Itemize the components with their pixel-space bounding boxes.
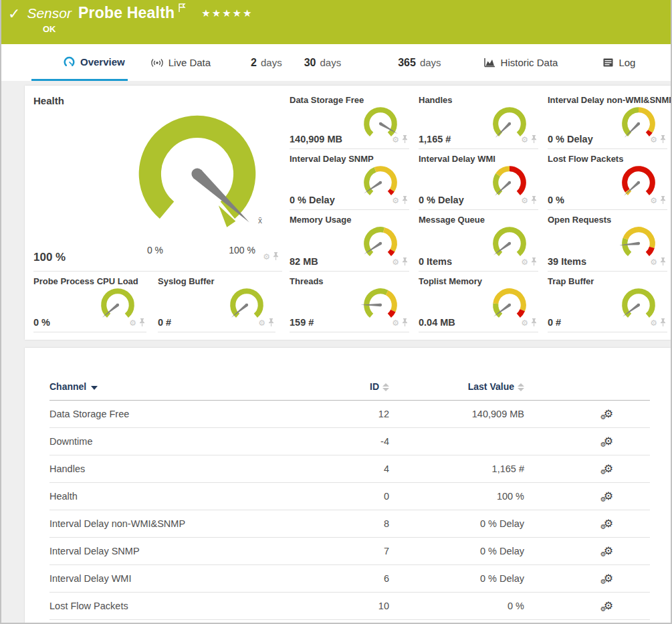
channel-last-value-cell: 1,165 #	[389, 455, 524, 483]
channel-settings-gear-icon[interactable]: ⚙⚙	[604, 491, 613, 502]
gauge-value: 159 #	[290, 317, 314, 328]
channel-last-value-cell: 0 % Delay	[389, 565, 524, 593]
table-row[interactable]: Interval Delay non-WMI&SNMP80 % Delay⚙⚙	[49, 510, 650, 538]
gauge-value: 0 % Delay	[290, 195, 335, 205]
gear-icon[interactable]: ⚙	[521, 319, 528, 327]
tab-30-days[interactable]: 30 days	[304, 44, 341, 81]
channel-table-panel: Channel ID Last Value Data Storage Free1…	[25, 348, 671, 624]
gear-icon[interactable]: ⚙	[650, 197, 657, 205]
table-row[interactable]: Handles41,165 #⚙⚙	[49, 455, 650, 483]
gear-icon[interactable]: ⚙	[392, 319, 399, 327]
historic-chart-icon	[484, 58, 495, 68]
gear-icon[interactable]: ⚙	[392, 197, 399, 205]
channel-name-cell: Handles	[49, 455, 322, 483]
gauge-value: 100 %	[33, 251, 66, 264]
gauge-cell: Interval Delay non-WMI&SNMP0 % Delay⚙	[548, 94, 667, 149]
table-row[interactable]: Interval Delay SNMP70 % Delay⚙⚙	[49, 538, 650, 565]
tab-live-data[interactable]: Live Data	[151, 44, 211, 81]
tab-2-days[interactable]: 2 days	[251, 44, 282, 81]
gauge-value: 0 % Delay	[548, 134, 593, 144]
column-header-channel[interactable]: Channel	[49, 381, 322, 401]
table-row[interactable]: Lost Flow Packets100 %⚙⚙	[49, 593, 650, 620]
channel-name-cell: Health	[49, 483, 322, 510]
gear-icon[interactable]: ⚙	[650, 258, 657, 266]
channel-settings-gear-icon[interactable]: ⚙⚙	[604, 436, 613, 447]
gauge-title: Interval Delay WMI	[419, 154, 495, 164]
pin-icon[interactable]	[139, 317, 145, 329]
gear-icon[interactable]: ⚙	[258, 319, 265, 327]
gear-icon[interactable]: ⚙	[263, 253, 270, 261]
channel-name-cell: Interval Delay WMI	[49, 565, 322, 593]
gauge-value: 82 MB	[290, 256, 318, 267]
column-header-last-value[interactable]: Last Value	[389, 381, 524, 401]
pin-icon[interactable]	[402, 317, 408, 329]
tab-historic-data[interactable]: Historic Data	[484, 44, 558, 81]
gauge-title: Interval Delay SNMP	[290, 154, 374, 164]
pin-icon[interactable]	[402, 195, 408, 207]
gear-icon[interactable]: ⚙	[521, 258, 528, 266]
gear-icon[interactable]: ⚙	[129, 319, 136, 327]
pin-icon[interactable]	[531, 134, 537, 146]
channel-name-cell: Downtime	[49, 428, 322, 455]
pin-icon[interactable]	[402, 256, 408, 268]
gauge-value: 0 #	[548, 317, 561, 328]
pin-icon[interactable]	[531, 317, 537, 329]
channel-id-cell: 0	[322, 483, 389, 510]
sort-desc-icon	[91, 386, 98, 390]
tab-overview[interactable]: Overview	[31, 44, 128, 81]
channel-last-value-cell: 0 % Delay	[389, 538, 524, 565]
sensor-title: Probe Health	[78, 4, 175, 22]
gauge-title: Health	[33, 95, 64, 106]
gauge-cell: Memory Usage82 MB⚙	[290, 213, 409, 272]
channel-settings-gear-icon[interactable]: ⚙⚙	[604, 463, 613, 474]
pin-icon[interactable]	[531, 256, 537, 268]
pin-icon[interactable]	[268, 317, 274, 329]
tab-365-days-unit: days	[420, 57, 441, 68]
tab-bar: Overview Live Data 2 days 30 days 365 da…	[1, 44, 671, 81]
health-gauge	[134, 110, 261, 237]
gauge-title: Interval Delay non-WMI&SNMP	[548, 95, 672, 105]
pin-icon[interactable]	[660, 195, 666, 207]
column-header-id[interactable]: ID	[322, 381, 389, 401]
pin-icon[interactable]	[660, 134, 666, 146]
pin-icon[interactable]	[660, 256, 666, 268]
gear-icon[interactable]: ⚙	[650, 319, 657, 327]
gauge-cell: Probe Process CPU Load0 %⚙	[33, 275, 146, 332]
tab-log[interactable]: Log	[603, 44, 635, 81]
table-row[interactable]: Health0100 %⚙⚙	[49, 483, 650, 510]
gauge-value: 0 #	[158, 317, 171, 328]
gear-icon[interactable]: ⚙	[650, 136, 657, 144]
gauge-cell: Open Requests39 Items⚙	[548, 213, 667, 272]
gear-icon[interactable]: ⚙	[521, 197, 528, 205]
tab-365-days[interactable]: 365 days	[398, 44, 441, 81]
channel-settings-gear-icon[interactable]: ⚙⚙	[604, 518, 613, 529]
gauge-title: Data Storage Free	[290, 95, 364, 105]
table-row[interactable]: Downtime-4⚙⚙	[49, 428, 650, 455]
gauge-value: 39 Items	[548, 256, 586, 267]
pin-icon[interactable]	[402, 134, 408, 146]
gear-icon[interactable]: ⚙	[521, 136, 528, 144]
gear-icon[interactable]: ⚙	[392, 258, 399, 266]
table-row[interactable]: Data Storage Free12140,909 MB⚙⚙	[49, 401, 650, 428]
pin-icon[interactable]	[531, 195, 537, 207]
channel-settings-gear-icon[interactable]: ⚙⚙	[604, 546, 613, 556]
channel-table: Channel ID Last Value Data Storage Free1…	[49, 381, 650, 620]
gauge-title: Threads	[290, 276, 324, 286]
tab-historic-data-label: Historic Data	[501, 57, 558, 68]
pin-icon[interactable]	[660, 317, 666, 329]
sensor-status-badge: OK	[43, 24, 56, 34]
channel-settings-gear-icon[interactable]: ⚙⚙	[604, 573, 613, 584]
channel-settings-gear-icon[interactable]: ⚙⚙	[604, 409, 613, 419]
pin-icon[interactable]	[273, 251, 279, 263]
sort-carets-icon	[382, 383, 389, 391]
gauge-title: Syslog Buffer	[158, 276, 215, 286]
channel-last-value-cell	[389, 428, 524, 455]
gear-icon[interactable]: ⚙	[392, 136, 399, 144]
table-row[interactable]: Interval Delay WMI60 % Delay⚙⚙	[49, 565, 650, 593]
channel-settings-gear-icon[interactable]: ⚙⚙	[604, 601, 613, 611]
priority-stars[interactable]: ★★★★★	[201, 7, 253, 19]
gauge-min-label: 0 %	[135, 245, 175, 255]
gauge-cell: Interval Delay WMI0 % Delay⚙	[419, 152, 538, 210]
flag-icon[interactable]	[179, 3, 187, 15]
channel-id-cell: 10	[322, 593, 389, 620]
